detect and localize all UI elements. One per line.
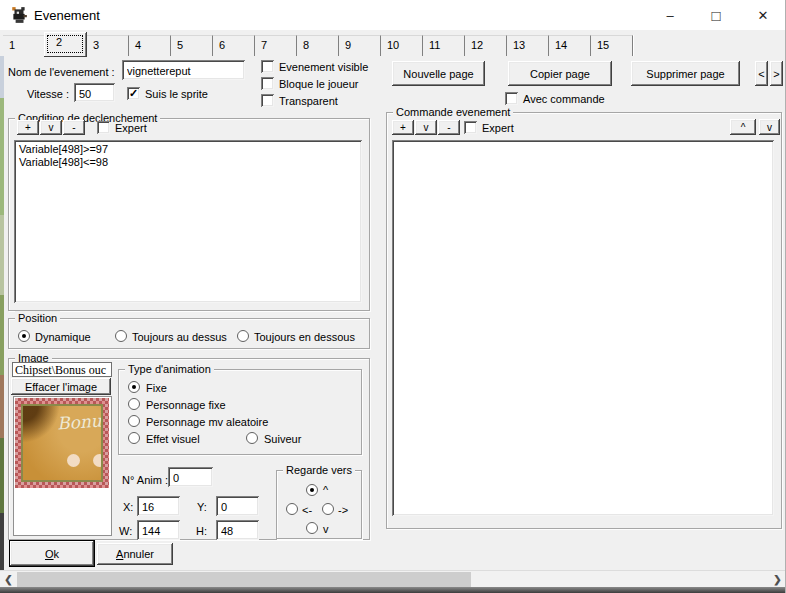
block-player-label: Bloque le joueur — [279, 78, 359, 90]
event-name-input[interactable] — [122, 60, 245, 80]
look-down-radio[interactable] — [306, 522, 318, 534]
block-player-checkbox[interactable] — [261, 77, 274, 90]
tab-page-13[interactable]: 13 — [507, 35, 549, 56]
maximize-button[interactable]: □ — [693, 0, 739, 30]
w-label: W: — [119, 525, 132, 537]
with-command-checkbox[interactable] — [505, 92, 518, 105]
anim-character-random-radio[interactable] — [128, 415, 140, 427]
follow-sprite-label: Suis le sprite — [145, 88, 208, 100]
position-above-label: Toujours au dessus — [132, 331, 227, 343]
window-title: Evenement — [34, 8, 100, 23]
tab-page-7[interactable]: 7 — [255, 35, 297, 56]
app-icon — [10, 6, 28, 24]
position-below-label: Toujours en dessous — [254, 331, 355, 343]
minimize-button[interactable]: – — [647, 0, 693, 30]
animation-type-title: Type d'animation — [125, 362, 214, 376]
tab-page-10[interactable]: 10 — [381, 35, 423, 56]
chipset-path-field[interactable]: Chipset\Bonus ouc — [12, 362, 112, 377]
window-bottom-edge — [0, 587, 786, 593]
transparent-checkbox[interactable] — [261, 94, 274, 107]
command-add-button[interactable]: + — [392, 120, 414, 135]
command-expert-checkbox[interactable] — [464, 121, 477, 134]
ok-button[interactable]: Ok — [10, 541, 94, 566]
tab-page-2[interactable]: 2 — [44, 32, 87, 57]
anim-follower-radio[interactable] — [246, 432, 258, 444]
event-visible-checkbox[interactable] — [261, 60, 274, 73]
clear-image-button[interactable]: Effacer l'image — [11, 378, 111, 395]
anim-fixed-label: Fixe — [146, 382, 167, 394]
tab-page-6[interactable]: 6 — [213, 35, 255, 56]
position-dynamic-label: Dynamique — [35, 331, 91, 343]
image-preview-text: Bonu — [56, 410, 102, 433]
condition-add-button[interactable]: + — [17, 120, 39, 135]
anim-number-label: N° Anim : — [122, 474, 168, 486]
anim-character-fixed-label: Personnage fixe — [146, 399, 226, 411]
h-input[interactable] — [216, 520, 259, 540]
look-right-label: -> — [338, 504, 348, 516]
new-page-button[interactable]: Nouvelle page — [392, 61, 485, 86]
cancel-button[interactable]: Annuler — [97, 543, 173, 565]
close-button[interactable]: ✕ — [740, 0, 786, 30]
anim-character-random-label: Personnage mv aleatoire — [146, 416, 268, 428]
position-dynamic-radio[interactable] — [18, 330, 30, 342]
look-up-radio[interactable] — [306, 484, 318, 496]
tab-page-14[interactable]: 14 — [549, 35, 591, 56]
prev-page-button[interactable]: < — [755, 61, 768, 86]
copy-page-button[interactable]: Copier page — [508, 61, 612, 86]
command-remove-button[interactable]: - — [438, 120, 460, 135]
next-page-button[interactable]: > — [770, 61, 783, 86]
command-move-down-button[interactable]: v — [759, 119, 780, 135]
tab-page-1[interactable]: 1 — [3, 35, 45, 56]
condition-list[interactable]: Variable[498]>=97 Variable[498]<=98 — [14, 140, 362, 303]
image-preview[interactable]: Bonu — [13, 396, 112, 536]
w-input[interactable] — [137, 520, 180, 540]
anim-character-fixed-radio[interactable] — [128, 398, 140, 410]
delete-page-button[interactable]: Supprimer page — [631, 61, 740, 86]
command-edit-button[interactable]: v — [415, 120, 437, 135]
look-right-radio[interactable] — [322, 503, 334, 515]
tab-page-12[interactable]: 12 — [465, 35, 507, 56]
y-input[interactable] — [216, 496, 259, 516]
anim-visual-effect-label: Effet visuel — [146, 433, 200, 445]
speed-label: Vitesse : — [27, 88, 69, 100]
scroll-left-icon[interactable]: ❮ — [0, 571, 17, 587]
position-below-radio[interactable] — [237, 330, 249, 342]
scrollbar-thumb[interactable] — [17, 572, 471, 587]
condition-remove-button[interactable]: - — [63, 120, 85, 135]
title-bar: Evenement – □ ✕ — [0, 0, 786, 31]
condition-expert-checkbox[interactable] — [97, 121, 110, 134]
follow-sprite-checkbox[interactable]: ✓ — [127, 87, 140, 100]
event-name-label: Nom de l'evenement : — [8, 66, 115, 78]
anim-follower-label: Suiveur — [264, 433, 301, 445]
condition-list-item[interactable]: Variable[498]<=98 — [19, 156, 357, 169]
event-editor-window: Evenement – □ ✕ 1 2 3 4 5 6 7 8 9 10 11 … — [0, 0, 786, 593]
x-input[interactable] — [137, 496, 180, 516]
checkmark-icon: ✓ — [129, 89, 138, 98]
anim-visual-effect-radio[interactable] — [128, 432, 140, 444]
event-visible-label: Evenement visible — [279, 61, 368, 73]
anim-number-input[interactable] — [168, 467, 213, 487]
chipset-image: Bonu — [15, 398, 109, 488]
tab-page-15[interactable]: 15 — [591, 35, 633, 56]
command-move-up-button[interactable]: ^ — [730, 119, 756, 135]
horizontal-scrollbar[interactable]: ❮ ❯ — [0, 570, 786, 587]
condition-list-item[interactable]: Variable[498]>=97 — [19, 143, 357, 156]
look-left-radio[interactable] — [286, 503, 298, 515]
command-list[interactable] — [392, 140, 774, 516]
tab-page-3[interactable]: 3 — [87, 35, 129, 56]
position-above-radio[interactable] — [115, 330, 127, 342]
anim-fixed-radio[interactable] — [128, 381, 140, 393]
tab-page-5[interactable]: 5 — [171, 35, 213, 56]
h-label: H: — [196, 525, 207, 537]
tab-page-9[interactable]: 9 — [339, 35, 381, 56]
tab-focus-rect — [47, 35, 83, 53]
tab-page-8[interactable]: 8 — [297, 35, 339, 56]
tab-page-4[interactable]: 4 — [129, 35, 171, 56]
look-down-label: v — [323, 523, 329, 535]
y-label: Y: — [197, 501, 207, 513]
scroll-right-icon[interactable]: ❯ — [769, 571, 786, 587]
command-group-title: Commande evenement — [393, 105, 513, 119]
speed-input[interactable] — [74, 83, 115, 102]
condition-edit-button[interactable]: v — [40, 120, 62, 135]
tab-page-11[interactable]: 11 — [423, 35, 465, 56]
